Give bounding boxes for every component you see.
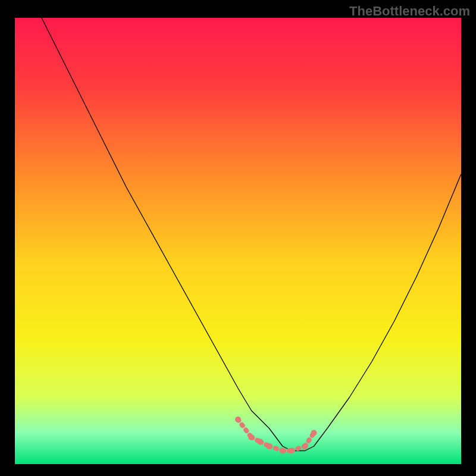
optimal-marker-dot <box>311 430 317 436</box>
frame-right <box>461 0 476 476</box>
frame-left <box>0 0 15 476</box>
bottleneck-chart <box>0 0 476 476</box>
frame-bottom <box>0 464 476 476</box>
chart-container: TheBottleneck.com <box>0 0 476 476</box>
plot-background <box>15 18 461 464</box>
watermark-text: TheBottleneck.com <box>349 4 470 19</box>
